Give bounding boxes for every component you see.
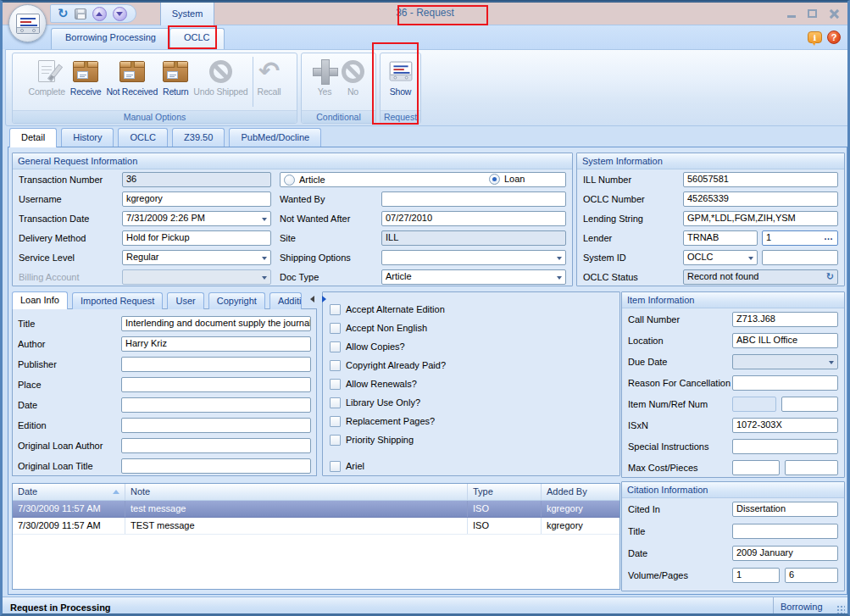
tab-detail[interactable]: Detail bbox=[9, 128, 57, 147]
delivery-method-field[interactable]: Hold for Pickup bbox=[122, 230, 271, 246]
author-field[interactable]: Harry Kriz bbox=[121, 336, 311, 352]
special-instructions-field[interactable] bbox=[732, 439, 838, 454]
ill-number-field[interactable]: 56057581 bbox=[683, 172, 838, 187]
copyright-already-paid-checkbox[interactable] bbox=[330, 360, 341, 371]
recall-button[interactable]: ↶ Recall bbox=[255, 53, 284, 110]
replacement-pages-checkbox[interactable] bbox=[330, 416, 341, 427]
system-id-field[interactable]: OCLC bbox=[683, 250, 758, 265]
cited-in-field[interactable]: Dissertation bbox=[732, 502, 838, 517]
move-down-icon[interactable] bbox=[113, 7, 127, 21]
place-field[interactable] bbox=[121, 377, 311, 392]
help-icon[interactable]: ? bbox=[827, 31, 841, 44]
ribbon-tab-oclc[interactable]: OCLC bbox=[169, 28, 225, 49]
return-button[interactable]: Return bbox=[160, 53, 191, 110]
allow-copies-checkbox[interactable] bbox=[330, 341, 341, 352]
original-loan-author-field[interactable] bbox=[121, 438, 311, 453]
citation-date-field[interactable]: 2009 January bbox=[732, 546, 838, 561]
tab-additional[interactable]: Additi bbox=[269, 292, 303, 309]
tab-z3950[interactable]: Z39.50 bbox=[172, 128, 225, 147]
tab-copyright[interactable]: Copyright bbox=[208, 292, 265, 309]
accept-non-english-checkbox[interactable] bbox=[330, 323, 341, 334]
location-field[interactable]: ABC ILL Office bbox=[732, 333, 838, 348]
contextual-tab-group-system[interactable]: System bbox=[160, 3, 214, 25]
due-date-field[interactable] bbox=[732, 354, 838, 369]
ariel-checkbox[interactable] bbox=[330, 461, 341, 472]
chevron-down-icon[interactable] bbox=[262, 276, 267, 280]
oclc-number-field[interactable]: 45265339 bbox=[683, 191, 838, 207]
minimize-icon[interactable] bbox=[787, 15, 796, 18]
shipping-options-field[interactable] bbox=[381, 250, 566, 265]
tab-user[interactable]: User bbox=[167, 292, 203, 309]
refresh-icon[interactable]: ↻ bbox=[58, 8, 69, 20]
lender-count-field[interactable]: 1… bbox=[762, 230, 838, 246]
yes-button[interactable]: Yes bbox=[310, 53, 339, 110]
isxn-field[interactable]: 1072-303X bbox=[732, 418, 838, 433]
complete-button[interactable]: Complete bbox=[26, 53, 68, 110]
tab-scroll-right-icon[interactable] bbox=[322, 296, 326, 302]
application-menu-button[interactable] bbox=[8, 4, 47, 42]
loan-radio[interactable] bbox=[489, 174, 500, 185]
not-received-button[interactable]: Not Received bbox=[103, 53, 160, 110]
accept-alternate-edition-checkbox[interactable] bbox=[330, 304, 341, 315]
item-num-field[interactable] bbox=[732, 397, 776, 412]
pages-field[interactable]: 6 bbox=[785, 568, 838, 583]
save-icon[interactable] bbox=[75, 8, 86, 19]
username-field[interactable]: kgregory bbox=[122, 191, 271, 207]
chevron-down-icon[interactable] bbox=[557, 276, 562, 280]
max-cost-field[interactable] bbox=[732, 460, 780, 475]
billing-account-field[interactable] bbox=[122, 269, 271, 285]
site-field[interactable]: ILL bbox=[381, 230, 566, 246]
chevron-down-icon[interactable] bbox=[829, 361, 834, 364]
chevron-down-icon[interactable] bbox=[557, 257, 562, 260]
tab-imported-request[interactable]: Imported Request bbox=[72, 292, 163, 309]
allow-renewals-checkbox[interactable] bbox=[330, 379, 341, 390]
tab-oclc[interactable]: OCLC bbox=[118, 128, 168, 147]
no-button[interactable]: No bbox=[339, 53, 367, 110]
resize-grip[interactable] bbox=[834, 597, 847, 616]
tab-history[interactable]: History bbox=[61, 128, 114, 147]
tab-pubmed-docline[interactable]: PubMed/Docline bbox=[229, 128, 321, 147]
undo-shipped-button[interactable]: Undo Shipped bbox=[191, 53, 250, 110]
info-bubble-icon[interactable] bbox=[808, 31, 822, 43]
lending-string-field[interactable]: GPM,*LDL,FGM,ZIH,YSM bbox=[683, 211, 838, 226]
lender-field[interactable]: TRNAB bbox=[683, 230, 758, 246]
not-wanted-after-field[interactable]: 07/27/2010 bbox=[381, 211, 566, 226]
citation-title-field[interactable] bbox=[732, 524, 838, 539]
oclc-status-field[interactable]: Record not found↻ bbox=[683, 269, 838, 285]
column-header-date[interactable]: Date bbox=[13, 484, 125, 500]
call-number-field[interactable]: Z713.J68 bbox=[732, 312, 838, 327]
chevron-down-icon[interactable] bbox=[262, 257, 267, 260]
ellipsis-icon[interactable]: … bbox=[824, 231, 834, 241]
doc-type-field[interactable]: Article bbox=[381, 269, 566, 285]
reason-for-cancellation-field[interactable] bbox=[732, 375, 838, 391]
close-icon[interactable] bbox=[829, 8, 839, 19]
transaction-date-field[interactable]: 7/31/2009 2:26 PM bbox=[122, 211, 271, 226]
tab-loan-info[interactable]: Loan Info bbox=[12, 291, 68, 309]
column-header-note[interactable]: Note bbox=[125, 484, 468, 500]
transaction-number-field[interactable]: 36 bbox=[122, 172, 271, 187]
refresh-status-icon[interactable]: ↻ bbox=[826, 271, 834, 282]
publisher-field[interactable] bbox=[121, 357, 311, 372]
chevron-down-icon[interactable] bbox=[748, 257, 753, 260]
system-id-secondary-field[interactable] bbox=[762, 250, 838, 265]
chevron-down-icon[interactable] bbox=[262, 218, 267, 221]
edition-field[interactable] bbox=[121, 418, 311, 433]
table-row[interactable]: 7/30/2009 11:57 AM test message ISO kgre… bbox=[13, 501, 619, 518]
receive-button[interactable]: Receive bbox=[68, 53, 104, 110]
ribbon-tab-borrowing-processing[interactable]: Borrowing Processing bbox=[51, 28, 170, 49]
move-up-icon[interactable] bbox=[92, 7, 107, 21]
priority-shipping-checkbox[interactable] bbox=[330, 435, 341, 446]
column-header-type[interactable]: Type bbox=[468, 484, 542, 500]
ref-num-field[interactable] bbox=[781, 397, 838, 412]
date-field[interactable] bbox=[121, 397, 311, 413]
maximize-icon[interactable] bbox=[808, 9, 817, 18]
article-radio[interactable] bbox=[284, 175, 295, 186]
title-field[interactable]: Interlending and document supply the jou… bbox=[121, 316, 311, 331]
original-loan-title-field[interactable] bbox=[121, 458, 311, 474]
show-request-button[interactable]: Show bbox=[386, 53, 415, 110]
column-header-added-by[interactable]: Added By bbox=[542, 484, 619, 500]
pieces-field[interactable] bbox=[785, 460, 838, 475]
service-level-field[interactable]: Regular bbox=[122, 250, 271, 265]
library-use-only-checkbox[interactable] bbox=[330, 397, 341, 408]
tab-scroll-left-icon[interactable] bbox=[310, 296, 314, 302]
